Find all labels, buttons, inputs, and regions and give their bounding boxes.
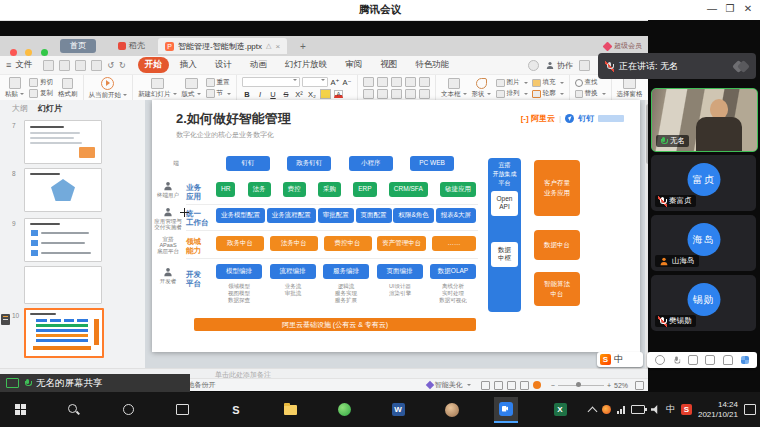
fill-button[interactable]: 填充 xyxy=(532,78,564,87)
superscript-button[interactable]: X² xyxy=(294,90,304,99)
share-icon[interactable] xyxy=(579,60,590,71)
excel-button[interactable]: X xyxy=(548,397,572,423)
slide-thumbnail-8[interactable] xyxy=(24,168,102,212)
indent-decrease-icon[interactable] xyxy=(391,77,402,87)
sogou-icon[interactable]: S xyxy=(600,354,611,365)
emoji-icon[interactable] xyxy=(655,355,665,365)
tab-docer[interactable]: 稻壳 xyxy=(112,39,151,53)
beautify-button[interactable]: 智能美化 xyxy=(427,380,471,390)
participant-tile[interactable]: 锡勋 樊锡勋 xyxy=(651,275,756,331)
taskbar-clock[interactable]: 14:24 2021/10/21 xyxy=(698,400,738,420)
start-button[interactable] xyxy=(8,397,32,423)
preview-icon[interactable] xyxy=(91,60,102,71)
tab-outline[interactable]: 大纲 xyxy=(12,103,28,114)
minimize-button[interactable]: — xyxy=(704,3,720,14)
zoom-slider[interactable] xyxy=(558,385,604,386)
new-slide-button[interactable]: 新建幻灯片 xyxy=(138,78,177,99)
print-icon[interactable] xyxy=(59,60,70,71)
font-name-select[interactable] xyxy=(242,77,300,87)
font-color-button[interactable]: A xyxy=(334,90,343,98)
taskbar-app-s[interactable]: S xyxy=(224,397,248,423)
voice-input-icon[interactable] xyxy=(673,356,679,364)
ribbon-tab-design[interactable]: 设计 xyxy=(208,57,239,73)
normal-view-icon[interactable] xyxy=(481,381,490,390)
save-icon[interactable] xyxy=(43,60,54,71)
textbox-button[interactable]: 文本框 xyxy=(441,78,467,99)
task-view-button[interactable] xyxy=(170,397,194,423)
soft-keyboard-icon[interactable] xyxy=(688,355,698,365)
maximize-dot-icon[interactable] xyxy=(41,49,48,56)
network-icon[interactable] xyxy=(617,406,625,414)
play-from-current-button[interactable]: 从当前开始 xyxy=(89,77,128,100)
tab-home[interactable]: 首页 xyxy=(60,39,96,53)
numbered-list-icon[interactable] xyxy=(377,77,388,87)
bold-button[interactable]: B xyxy=(242,90,252,99)
increase-font-button[interactable]: A⁺ xyxy=(330,78,340,87)
ribbon-tab-animation[interactable]: 动画 xyxy=(243,57,274,73)
file-explorer-button[interactable] xyxy=(278,397,302,423)
justify-icon[interactable] xyxy=(405,89,416,99)
collaborate-button[interactable]: 协作 xyxy=(545,60,573,71)
participant-video-tile[interactable]: 无名 xyxy=(651,88,758,152)
cut-button[interactable]: 剪切 xyxy=(29,78,53,87)
ime-toolbar[interactable] xyxy=(647,352,757,368)
line-spacing-icon[interactable] xyxy=(419,77,430,87)
tencent-meeting-button[interactable] xyxy=(494,397,518,423)
ribbon-tab-review[interactable]: 审阅 xyxy=(338,57,369,73)
member-badge[interactable]: 超级会员 xyxy=(604,41,642,51)
participant-tile[interactable]: 海岛 山海岛 xyxy=(651,215,756,271)
reset-button[interactable]: 重置 xyxy=(206,78,232,87)
undo-icon[interactable]: ↺ xyxy=(107,61,114,70)
cortana-button[interactable] xyxy=(116,397,140,423)
volume-icon[interactable] xyxy=(651,405,660,414)
align-left-icon[interactable] xyxy=(363,89,374,99)
tray-app-icon[interactable] xyxy=(602,405,611,414)
find-button[interactable]: 查找 xyxy=(575,78,606,87)
highlight-color-button[interactable] xyxy=(320,89,331,99)
zoom-out-button[interactable]: − xyxy=(551,382,555,389)
selection-pane-button[interactable]: 选择窗格 xyxy=(617,78,643,99)
underline-button[interactable]: U xyxy=(268,90,278,99)
cloud-sync-icon[interactable]: △ xyxy=(266,42,271,50)
ime-grid-icon[interactable] xyxy=(741,356,749,364)
slide-thumbnail-10-selected[interactable] xyxy=(24,308,104,358)
participant-tile[interactable]: 富贞 秦富贞 xyxy=(651,155,756,211)
slide-thumbnail-7[interactable] xyxy=(24,120,102,164)
picture-button[interactable]: 图片 xyxy=(496,78,528,87)
section-button[interactable]: 节 xyxy=(206,89,232,98)
arrange-button[interactable]: 排列 xyxy=(496,89,528,98)
ribbon-tab-insert[interactable]: 插入 xyxy=(173,57,204,73)
ime-bar[interactable]: S 中 xyxy=(597,352,643,367)
ribbon-tab-slideshow[interactable]: 幻灯片放映 xyxy=(278,57,335,73)
ime-indicator[interactable]: 中 xyxy=(666,403,675,416)
ribbon-tab-special[interactable]: 特色功能 xyxy=(408,57,456,73)
paste-button[interactable]: 粘贴 xyxy=(5,77,24,99)
cloud-status-icon[interactable] xyxy=(528,60,539,71)
file-menu[interactable]: ≡ 文件 xyxy=(6,57,39,73)
taskbar-search-button[interactable] xyxy=(62,397,86,423)
new-document-tab[interactable]: + xyxy=(300,41,306,52)
screen-share-banner[interactable]: 无名的屏幕共享 xyxy=(0,374,190,392)
skin-icon[interactable] xyxy=(723,355,733,365)
strikethrough-button[interactable]: S xyxy=(281,90,291,99)
taskbar-app-green[interactable] xyxy=(332,397,356,423)
zoom-control[interactable]: − + 52% xyxy=(551,381,652,390)
comment-marker-icon[interactable] xyxy=(1,314,10,325)
shape-button[interactable]: 形状 xyxy=(472,78,491,99)
bullet-list-icon[interactable] xyxy=(363,77,374,87)
redo-icon[interactable]: ↻ xyxy=(119,61,126,70)
tray-expand-icon[interactable] xyxy=(588,406,598,416)
ribbon-tab-start[interactable]: 开始 xyxy=(138,57,169,73)
action-center-icon[interactable] xyxy=(744,404,756,415)
slideshow-icon[interactable] xyxy=(520,381,529,390)
maximize-button[interactable]: ❐ xyxy=(722,3,738,14)
taskbar-user-app[interactable] xyxy=(440,397,464,423)
slide-thumbnail[interactable] xyxy=(24,266,102,304)
format-painter-button[interactable]: 格式刷 xyxy=(58,78,78,99)
decrease-font-button[interactable]: A⁻ xyxy=(342,78,352,87)
close-button[interactable]: ✕ xyxy=(740,3,756,14)
replace-button[interactable]: 替换 xyxy=(575,89,606,98)
close-doc-icon[interactable]: × xyxy=(275,42,280,51)
fit-screen-icon[interactable] xyxy=(635,381,644,390)
tab-slides[interactable]: 幻灯片 xyxy=(38,103,62,114)
